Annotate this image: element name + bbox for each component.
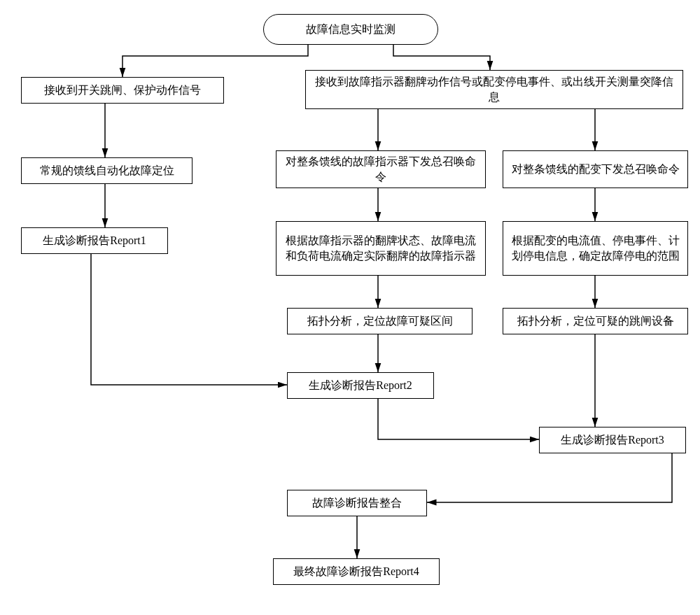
start-node: 故障信息实时监测 [263,14,438,45]
merge1-label: 故障诊断报告整合 [312,495,402,511]
left-trigger: 接收到开关跳闸、保护动作信号 [21,77,224,104]
left-report1: 生成诊断报告Report1 [21,227,168,254]
right-report3: 生成诊断报告Report3 [539,427,686,453]
m2-label: 根据故障指示器的翻牌状态、故障电流和负荷电流确定实际翻牌的故障指示器 [282,233,479,264]
right-cmd-transformer: 对整条馈线的配变下发总召唤命令 [503,150,688,188]
m3-label: 拓扑分析，定位故障可疑区间 [307,313,453,329]
r1-label: 对整条馈线的配变下发总召唤命令 [512,162,680,177]
l2-label: 常规的馈线自动化故障定位 [40,163,174,178]
r4-label: 生成诊断报告Report3 [561,432,664,448]
mid-cmd-indicator: 对整条馈线的故障指示器下发总召唤命令 [276,150,486,188]
mid-report2: 生成诊断报告Report2 [287,372,434,399]
merge-integrate: 故障诊断报告整合 [287,490,427,516]
right-topology: 拓扑分析，定位可疑的跳闸设备 [503,308,688,334]
rTrig-label: 接收到故障指示器翻牌动作信号或配变停电事件、或出线开关测量突降信息 [312,74,677,106]
right-range: 根据配变的电流值、停电事件、计划停电信息，确定故障停电的范围 [503,221,688,276]
m4-label: 生成诊断报告Report2 [309,378,412,393]
left-step-locate: 常规的馈线自动化故障定位 [21,157,192,184]
flowchart-canvas: 故障信息实时监测 接收到开关跳闸、保护动作信号 常规的馈线自动化故障定位 生成诊… [0,0,700,615]
r2-label: 根据配变的电流值、停电事件、计划停电信息，确定故障停电的范围 [509,233,682,264]
r3-label: 拓扑分析，定位可疑的跳闸设备 [517,313,674,329]
start-label: 故障信息实时监测 [306,22,396,37]
merge2-label: 最终故障诊断报告Report4 [293,564,419,579]
right-trigger: 接收到故障指示器翻牌动作信号或配变停电事件、或出线开关测量突降信息 [305,70,683,109]
mid-topology: 拓扑分析，定位故障可疑区间 [287,308,472,334]
l1-label: 接收到开关跳闸、保护动作信号 [44,83,201,98]
l3-label: 生成诊断报告Report1 [43,233,146,248]
m1-label: 对整条馈线的故障指示器下发总召唤命令 [282,154,479,185]
mid-confirm-indicator: 根据故障指示器的翻牌状态、故障电流和负荷电流确定实际翻牌的故障指示器 [276,221,486,276]
merge-final: 最终故障诊断报告Report4 [273,558,440,585]
